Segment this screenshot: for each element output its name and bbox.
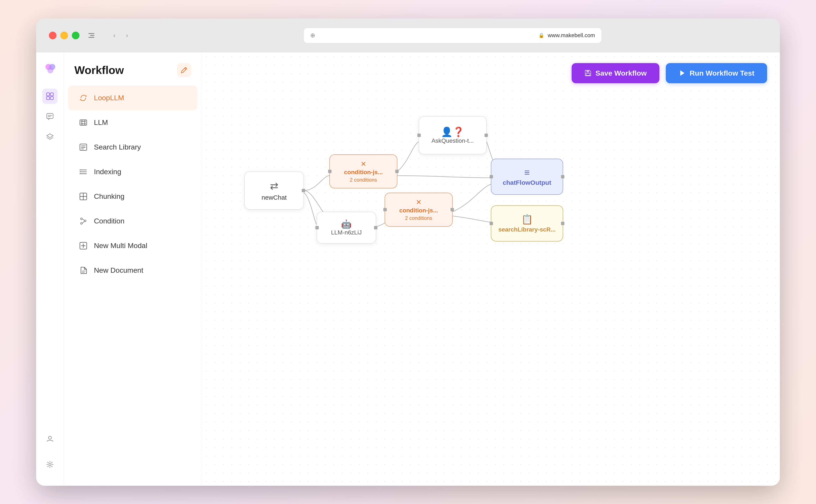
indexing-icon <box>79 167 88 176</box>
new-multi-modal-icon <box>79 241 88 250</box>
node-askquestion-label: AskQuestion-t... <box>432 137 474 144</box>
menu-item-search-library[interactable]: Search Library <box>68 135 197 160</box>
node-askquestion-handle-right[interactable] <box>485 134 488 137</box>
svg-rect-46 <box>587 70 589 72</box>
svg-point-34 <box>80 173 81 174</box>
sidebar-item-settings[interactable] <box>42 457 58 472</box>
node-askquestion-handle-left[interactable] <box>418 134 421 137</box>
chunking-icon <box>79 192 88 201</box>
forward-button[interactable]: › <box>122 31 132 40</box>
browser-window: ‹ › ⊕ 🔒 www.makebell.com <box>36 18 780 486</box>
url-text: www.makebell.com <box>548 32 595 39</box>
svg-point-38 <box>81 218 82 220</box>
node-searchlibrary[interactable]: 📋 searchLibrary-scR... <box>491 205 563 241</box>
svg-point-5 <box>47 67 53 73</box>
menu-item-search-library-label: Search Library <box>94 143 141 151</box>
menu-item-indexing-label: Indexing <box>94 168 121 176</box>
svg-rect-1 <box>90 35 94 36</box>
node-condition2-handle-left[interactable] <box>383 208 387 211</box>
left-panel: Workflow <box>64 52 202 486</box>
menu-item-llm-label: LLM <box>94 118 108 127</box>
svg-rect-9 <box>50 97 53 100</box>
node-chatflow-handle-right[interactable] <box>561 175 565 178</box>
app-logo[interactable] <box>42 61 57 76</box>
menu-item-loopllm-label: LoopLLM <box>94 94 124 102</box>
menu-item-loopllm[interactable]: LoopLLM <box>68 86 197 110</box>
llm-icon <box>79 118 88 127</box>
svg-rect-10 <box>47 113 53 119</box>
svg-point-13 <box>48 436 51 439</box>
run-workflow-button[interactable]: Run Workflow Test <box>666 63 767 83</box>
svg-point-19 <box>81 123 82 124</box>
menu-item-indexing[interactable]: Indexing <box>68 160 197 184</box>
save-workflow-label: Save Workflow <box>596 69 647 77</box>
node-newchat-handle-right[interactable] <box>302 189 305 192</box>
close-button[interactable] <box>49 32 57 39</box>
sidebar-item-workflow[interactable] <box>42 89 58 104</box>
node-llm-handle-right[interactable] <box>374 226 377 229</box>
menu-item-condition[interactable]: Condition <box>68 209 197 233</box>
svg-rect-7 <box>50 93 53 96</box>
node-chatflow[interactable]: ≡ chatFlowOutput <box>491 159 563 195</box>
minimize-button[interactable] <box>60 32 68 39</box>
svg-rect-47 <box>586 73 590 75</box>
menu-item-new-multi-modal-label: New Multi Modal <box>94 241 147 250</box>
search-library-icon <box>79 143 88 152</box>
node-llm[interactable]: 🤖 LLM-n6zLiJ <box>316 212 376 244</box>
address-bar[interactable]: ⊕ 🔒 www.makebell.com <box>304 28 601 43</box>
sidebar-item-chat[interactable] <box>42 109 58 124</box>
traffic-lights <box>49 32 79 39</box>
node-newchat[interactable]: ⇄ newChat <box>244 171 304 210</box>
node-condition1-handle-right[interactable] <box>395 170 398 173</box>
node-llm-handle-left[interactable] <box>315 226 319 229</box>
menu-item-new-document-label: New Document <box>94 266 143 274</box>
menu-item-new-document[interactable]: New Document <box>68 258 197 283</box>
browser-chrome: ‹ › ⊕ 🔒 www.makebell.com <box>36 18 780 52</box>
svg-marker-48 <box>680 70 685 76</box>
menu-item-chunking[interactable]: Chunking <box>68 184 197 209</box>
sidebar-item-layers[interactable] <box>42 129 58 145</box>
askquestion-icon: 👤❓ <box>441 126 464 137</box>
node-condition1-sub: 2 conditions <box>350 177 377 183</box>
panel-title: Workflow <box>74 64 124 76</box>
node-condition1[interactable]: ✕ condition-js... 2 conditions <box>329 154 397 188</box>
loopllm-icon <box>79 93 88 103</box>
node-condition1-title: condition-js... <box>344 169 383 176</box>
node-condition2-title: condition-js... <box>399 207 438 214</box>
svg-rect-6 <box>47 93 49 96</box>
svg-rect-16 <box>80 120 87 125</box>
svg-point-39 <box>84 220 86 222</box>
node-searchlibrary-label: searchLibrary-scR... <box>498 226 556 233</box>
app-content: Workflow <box>36 52 780 486</box>
icon-strip-bottom <box>42 431 58 477</box>
node-newchat-label: newChat <box>261 194 287 201</box>
back-button[interactable]: ‹ <box>110 31 119 40</box>
node-searchlibrary-handle-right[interactable] <box>561 222 565 225</box>
canvas-toolbar: Save Workflow Run Workflow Test <box>572 63 767 83</box>
maximize-button[interactable] <box>72 32 79 39</box>
svg-rect-0 <box>88 33 94 34</box>
node-condition2[interactable]: ✕ condition-js... 2 conditions <box>384 193 453 227</box>
menu-list: LoopLLM <box>64 86 202 486</box>
node-condition2-handle-right[interactable] <box>451 208 454 211</box>
llm-node-icon: 🤖 <box>341 219 352 229</box>
edit-workflow-button[interactable] <box>177 63 191 77</box>
svg-point-18 <box>84 121 85 122</box>
svg-point-14 <box>49 463 51 466</box>
sidebar-toggle-button[interactable] <box>86 31 97 40</box>
node-condition1-handle-left[interactable] <box>328 170 331 173</box>
svg-point-20 <box>84 123 85 124</box>
node-chatflow-handle-left[interactable] <box>490 175 493 178</box>
svg-point-17 <box>81 121 82 122</box>
run-workflow-label: Run Workflow Test <box>690 69 754 77</box>
menu-item-new-multi-modal[interactable]: New Multi Modal <box>68 233 197 258</box>
svg-rect-8 <box>47 97 49 100</box>
save-workflow-button[interactable]: Save Workflow <box>572 63 659 83</box>
node-searchlibrary-handle-left[interactable] <box>490 222 493 225</box>
node-askquestion[interactable]: 👤❓ AskQuestion-t... <box>419 116 487 154</box>
menu-item-llm[interactable]: LLM <box>68 110 197 135</box>
node-llm-label: LLM-n6zLiJ <box>331 229 362 236</box>
browser-nav: ‹ › <box>110 31 132 40</box>
sidebar-item-profile[interactable] <box>42 431 58 447</box>
add-tab-icon[interactable]: ⊕ <box>310 32 315 39</box>
